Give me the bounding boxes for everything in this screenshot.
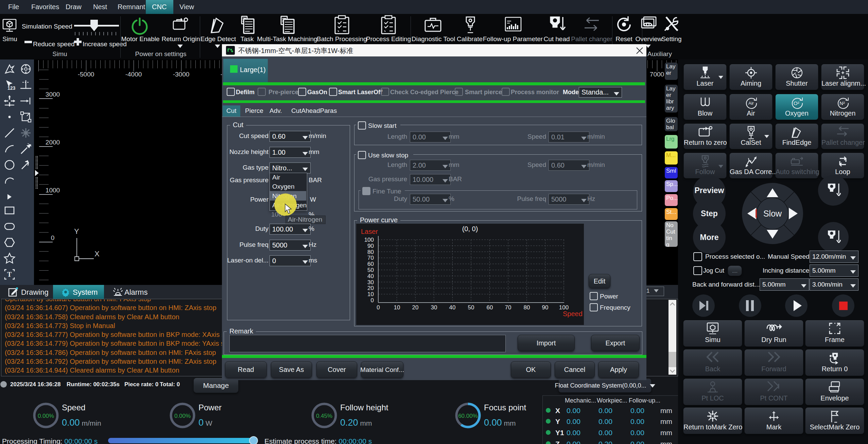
svg-text:0.45%: 0.45% <box>316 413 332 419</box>
svg-text:0.00%: 0.00% <box>38 413 54 419</box>
svg-text:50: 50 <box>367 267 374 273</box>
svg-text:90: 90 <box>542 304 549 311</box>
svg-text:X: X <box>94 250 100 258</box>
svg-text:60: 60 <box>367 261 374 267</box>
svg-text:50: 50 <box>468 304 474 311</box>
svg-text:10: 10 <box>367 291 374 297</box>
svg-text:123: 123 <box>7 85 16 91</box>
svg-text:0.00%: 0.00% <box>174 413 191 419</box>
svg-text:70: 70 <box>367 255 374 261</box>
svg-text:0: 0 <box>371 297 374 304</box>
svg-text:20: 20 <box>367 285 374 291</box>
svg-text:T: T <box>7 271 12 278</box>
svg-text:40: 40 <box>449 304 456 311</box>
svg-text:N²: N² <box>839 100 845 106</box>
svg-text:Laser: Laser <box>361 228 378 235</box>
svg-text:Speed: Speed <box>563 310 583 318</box>
svg-text:Air: Air <box>748 101 754 106</box>
svg-text:10: 10 <box>394 304 400 311</box>
svg-text:100: 100 <box>364 237 374 243</box>
svg-text:0: 0 <box>377 304 380 311</box>
svg-text:60.00%: 60.00% <box>458 413 478 419</box>
svg-text:(0, 0): (0, 0) <box>462 225 478 233</box>
svg-text:90: 90 <box>367 243 374 249</box>
svg-text:Slow: Slow <box>763 209 782 218</box>
svg-text:80: 80 <box>524 304 530 311</box>
svg-text:70: 70 <box>505 304 511 311</box>
svg-text:20: 20 <box>412 304 419 311</box>
svg-text:30: 30 <box>431 304 437 311</box>
svg-text:O²: O² <box>794 100 799 106</box>
svg-text:60: 60 <box>487 304 493 311</box>
svg-text:40: 40 <box>367 273 374 279</box>
svg-text:Y: Y <box>74 228 79 236</box>
